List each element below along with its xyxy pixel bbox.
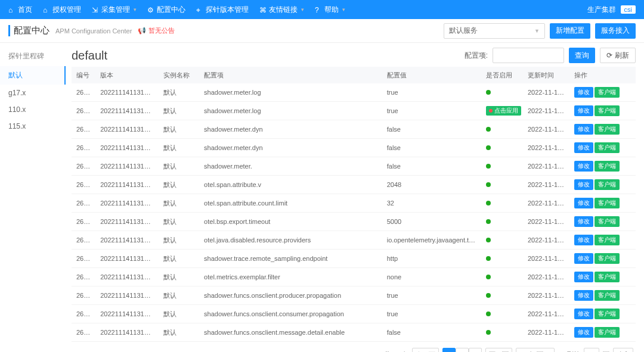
column-header: 是否启用 — [481, 67, 523, 83]
edit-button[interactable]: 修改 — [574, 272, 593, 282]
nav-item-gear[interactable]: ⚙配置中心 — [147, 5, 185, 15]
column-header: 更新时间 — [523, 67, 569, 83]
search-button[interactable]: 查询 — [569, 48, 595, 63]
table-row: 2635 20221114113106★ 默认 otel.bsp.export.… — [72, 213, 636, 231]
pager-size-select[interactable]: 20 条/页 ▼ — [516, 348, 555, 352]
edit-button[interactable]: 修改 — [574, 327, 593, 338]
nav-item-probe[interactable]: ⌖探针版本管理 — [196, 5, 249, 15]
table-row: 2633 20221114113106★ 默认 otel.span.attrib… — [72, 176, 636, 194]
cell-id: 2629 — [72, 102, 95, 120]
nav-item-key[interactable]: ⌂授权管理 — [43, 5, 81, 15]
edit-button[interactable]: 修改 — [574, 87, 593, 98]
cell-version: 20221114113106★ — [95, 176, 159, 194]
edit-button[interactable]: 修改 — [574, 198, 593, 208]
edit-button[interactable]: 修改 — [574, 142, 593, 153]
client-button[interactable]: 客户端 — [595, 253, 620, 264]
pager-prev[interactable]: 上一页 — [412, 348, 439, 352]
cell-key: otel.metrics.exemplar.filter — [199, 268, 382, 286]
client-button[interactable]: 客户端 — [595, 161, 620, 172]
cluster-tag[interactable]: csi — [621, 5, 636, 14]
edit-button[interactable]: 修改 — [574, 235, 593, 245]
sidebar-item[interactable]: 默认 — [0, 66, 66, 85]
cell-value: true — [382, 305, 481, 323]
table-body: 2628 20221114113106★ 默认 shadower.meter.l… — [72, 83, 636, 342]
table-row: 2636 20221114113106★ 默认 otel.java.disabl… — [72, 231, 636, 250]
pager-confirm[interactable]: 确定 — [613, 348, 633, 352]
cell-instance: 默认 — [159, 139, 199, 157]
cell-enabled — [481, 213, 523, 231]
new-config-button[interactable]: 新增配置 — [550, 23, 590, 39]
nav-item-help[interactable]: ?帮助▾ — [315, 5, 345, 15]
apply-badge[interactable]: 点击应用 — [486, 106, 521, 116]
pager-page[interactable]: 1 — [442, 348, 456, 352]
nav-label: 采集管理 — [101, 5, 130, 15]
column-header: 配置值 — [382, 67, 481, 83]
sidebar: 探针里程碑 默认g17.x110.x115.x — [0, 43, 66, 352]
cell-instance: 默认 — [159, 250, 199, 268]
cell-instance: 默认 — [159, 157, 199, 176]
edit-button[interactable]: 修改 — [574, 124, 593, 135]
client-button[interactable]: 客户端 — [595, 216, 620, 227]
sidebar-item[interactable]: 110.x — [0, 101, 66, 118]
cell-value: true — [382, 83, 481, 102]
cell-enabled — [481, 157, 523, 176]
nav-label: 探针版本管理 — [206, 5, 249, 15]
client-button[interactable]: 客户端 — [595, 235, 620, 245]
client-button[interactable]: 客户端 — [595, 272, 620, 282]
client-button[interactable]: 客户端 — [595, 327, 620, 338]
client-button[interactable]: 客户端 — [595, 309, 620, 319]
cell-time: 2022-11-14 11:3 — [523, 268, 569, 286]
client-button[interactable]: 客户端 — [595, 290, 620, 301]
status-dot-icon — [486, 90, 491, 95]
cell-value: false — [382, 157, 481, 176]
cell-ops: 修改客户端删除 — [569, 102, 636, 120]
sidebar-item[interactable]: g17.x — [0, 85, 66, 101]
cell-instance: 默认 — [159, 120, 199, 139]
cell-time: 2022-11-14 11:3 — [523, 139, 569, 157]
client-button[interactable]: 客户端 — [595, 124, 620, 135]
nav-item-collect[interactable]: ⇲采集管理▾ — [92, 5, 137, 15]
cell-time: 2022-11-14 11:3 — [523, 323, 569, 342]
edit-button[interactable]: 修改 — [574, 161, 593, 172]
table-row: 2641 20221114113106★ 默认 shadower.funcs.o… — [72, 323, 636, 342]
edit-button[interactable]: 修改 — [574, 105, 593, 116]
status-dot-icon — [486, 275, 491, 279]
filter-label: 配置项: — [465, 51, 488, 61]
cell-value: http — [382, 250, 481, 268]
edit-button[interactable]: 修改 — [574, 309, 593, 319]
service-select-value: 默认服务 — [449, 26, 478, 36]
client-button[interactable]: 客户端 — [595, 87, 620, 98]
cell-key: shadower.meter.log — [199, 102, 382, 120]
cell-id: 2638 — [72, 268, 95, 286]
sidebar-title: 探针里程碑 — [0, 49, 66, 66]
edit-button[interactable]: 修改 — [574, 253, 593, 264]
cell-id: 2641 — [72, 323, 95, 342]
client-button[interactable]: 客户端 — [595, 142, 620, 153]
cell-enabled — [481, 250, 523, 268]
cell-version: 20221114113106★ — [95, 286, 159, 305]
pager-page[interactable]: 2 — [456, 348, 469, 352]
status-dot-icon — [486, 219, 491, 224]
jump-input[interactable] — [584, 348, 599, 352]
nav-item-home[interactable]: ⌂首页 — [8, 5, 32, 15]
edit-button[interactable]: 修改 — [574, 179, 593, 190]
pagination: 共 42 条 上一页 123 下一页 20 条/页 ▼ ⟳ 到第 页 确定 — [72, 342, 636, 352]
pager-next[interactable]: 下一页 — [485, 348, 512, 352]
client-button[interactable]: 客户端 — [595, 198, 620, 208]
service-import-button[interactable]: 服务接入 — [595, 23, 636, 39]
refresh-button[interactable]: ⟳ 刷新 — [600, 48, 636, 63]
edit-button[interactable]: 修改 — [574, 216, 593, 227]
cell-key: shadower.funcs.onsclient.consumer.propag… — [199, 305, 382, 323]
cluster-label: 生产集群 — [587, 5, 616, 15]
cell-enabled — [481, 268, 523, 286]
client-button[interactable]: 客户端 — [595, 179, 620, 190]
client-button[interactable]: 客户端 — [595, 105, 620, 116]
filter-input[interactable] — [493, 48, 564, 63]
cell-key: shadower.meter.log — [199, 83, 382, 102]
column-header: 配置项 — [199, 67, 382, 83]
edit-button[interactable]: 修改 — [574, 290, 593, 301]
service-select[interactable]: 默认服务 ▼ — [444, 23, 545, 39]
pager-page[interactable]: 3 — [469, 348, 482, 352]
sidebar-item[interactable]: 115.x — [0, 118, 66, 135]
nav-item-link[interactable]: ⌘友情链接▾ — [259, 5, 304, 15]
